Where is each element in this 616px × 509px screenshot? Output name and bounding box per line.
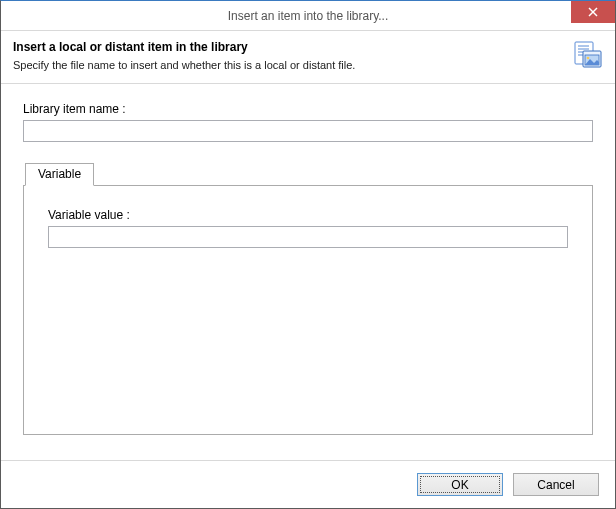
library-item-input[interactable] [23, 120, 593, 142]
library-item-icon [571, 39, 603, 71]
header-text: Insert a local or distant item in the li… [13, 39, 355, 73]
close-button[interactable] [571, 1, 615, 23]
header-subtitle: Specify the file name to insert and whet… [13, 58, 355, 73]
tab-variable[interactable]: Variable [25, 163, 94, 186]
tab-host: Variable Variable value : [23, 162, 593, 435]
footer: OK Cancel [1, 460, 615, 508]
svg-point-9 [587, 57, 590, 60]
library-item-field: Library item name : [23, 102, 593, 142]
ok-button[interactable]: OK [417, 473, 503, 496]
variable-value-label: Variable value : [48, 208, 568, 222]
dialog-window: Insert an item into the library... Inser… [0, 0, 616, 509]
cancel-button[interactable]: Cancel [513, 473, 599, 496]
header-title: Insert a local or distant item in the li… [13, 39, 355, 56]
variable-value-field: Variable value : [48, 208, 568, 248]
header-band: Insert a local or distant item in the li… [1, 31, 615, 84]
close-icon [588, 7, 598, 17]
content-area: Library item name : Variable Variable va… [1, 84, 615, 460]
variable-value-input[interactable] [48, 226, 568, 248]
titlebar: Insert an item into the library... [1, 1, 615, 31]
library-item-label: Library item name : [23, 102, 593, 116]
tab-panel-variable: Variable value : [23, 185, 593, 435]
window-title: Insert an item into the library... [1, 9, 615, 23]
